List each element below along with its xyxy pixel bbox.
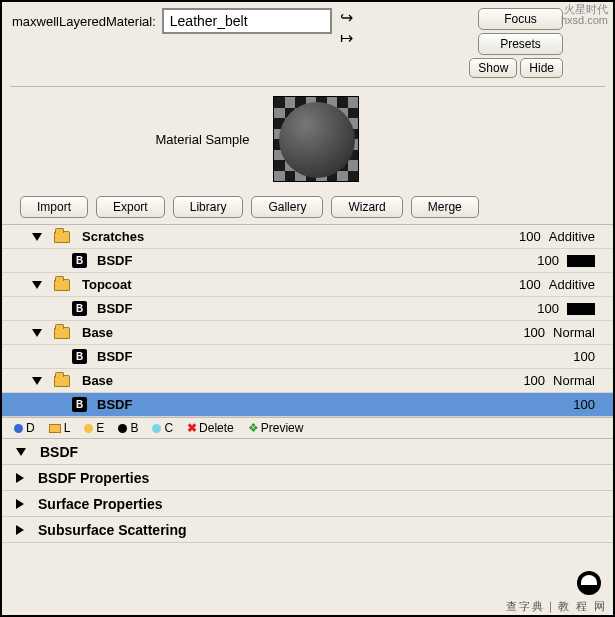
bsdf-value: 100 [537,253,559,268]
folder-icon [54,279,70,291]
bsdf-value: 100 [573,397,595,412]
layer-name: Base [82,325,113,340]
disclosure-right-icon [16,473,24,483]
layer-row[interactable]: Topcoat100Additive [2,273,613,297]
io-arrows: ↪ ↦ [340,10,353,46]
output-connection-icon[interactable]: ↦ [340,30,353,46]
section-subsurface-scattering[interactable]: Subsurface Scattering [2,517,613,543]
layer-value: 100 [523,325,545,340]
material-name-input[interactable] [162,8,332,34]
footer-watermark: 查字典｜教 程 网 [506,599,607,614]
folder-icon [54,375,70,387]
bsdf-value: 100 [573,349,595,364]
color-swatch[interactable] [567,303,595,315]
tool-l[interactable]: L [49,421,71,435]
disclosure-down-icon [32,377,42,385]
layer-name: Topcoat [82,277,132,292]
bsdf-label: BSDF [97,397,132,412]
tool-c[interactable]: C [152,421,173,435]
bsdf-icon: B [72,253,87,268]
divider [10,86,605,87]
bsdf-row[interactable]: BBSDF100 [2,345,613,369]
layer-row[interactable]: Base100Normal [2,321,613,345]
section-surface-properties[interactable]: Surface Properties [2,491,613,517]
layer-name: Base [82,373,113,388]
layer-row[interactable]: Base100Normal [2,369,613,393]
layer-row[interactable]: Scratches100Additive [2,225,613,249]
folder-icon [54,231,70,243]
layer-mode: Normal [553,373,595,388]
import-button[interactable]: Import [20,196,88,218]
material-toolbar: Import Export Library Gallery Wizard Mer… [2,192,613,224]
merge-button[interactable]: Merge [411,196,479,218]
disclosure-down-icon [16,448,26,456]
header-row: maxwellLayeredMaterial: ↪ ↦ Focus Preset… [2,2,613,82]
library-button[interactable]: Library [173,196,244,218]
section-bsdf-properties[interactable]: BSDF Properties [2,465,613,491]
bsdf-value: 100 [537,301,559,316]
bsdf-icon: B [72,397,87,412]
bsdf-row[interactable]: BBSDF100 [2,297,613,321]
bsdf-label: BSDF [97,301,132,316]
layer-tree: Scratches100AdditiveBBSDF100Topcoat100Ad… [2,224,613,417]
hide-button[interactable]: Hide [520,58,563,78]
bsdf-row[interactable]: BBSDF100 [2,393,613,417]
focus-button[interactable]: Focus [478,8,563,30]
tool-b[interactable]: B [118,421,138,435]
disclosure-down-icon [32,233,42,241]
bsdf-icon: B [72,301,87,316]
layer-toolstrip: D L E B C ✖Delete ❖Preview [2,417,613,439]
wizard-button[interactable]: Wizard [331,196,402,218]
layer-name: Scratches [82,229,144,244]
material-ball [279,102,355,178]
disclosure-down-icon [32,281,42,289]
disclosure-right-icon [16,499,24,509]
input-connection-icon[interactable]: ↪ [340,10,353,26]
show-button[interactable]: Show [469,58,517,78]
material-name-label: maxwellLayeredMaterial: [12,14,156,29]
bsdf-label: BSDF [97,253,132,268]
tool-d[interactable]: D [14,421,35,435]
export-button[interactable]: Export [96,196,165,218]
material-sample-swatch[interactable] [273,96,359,182]
layer-mode: Normal [553,325,595,340]
layer-value: 100 [523,373,545,388]
bsdf-row[interactable]: BBSDF100 [2,249,613,273]
material-sample-label: Material Sample [156,132,250,147]
tool-preview[interactable]: ❖Preview [248,421,304,435]
presets-button[interactable]: Presets [478,33,563,55]
corner-badge-icon [577,571,601,595]
bsdf-icon: B [72,349,87,364]
folder-icon [54,327,70,339]
tool-e[interactable]: E [84,421,104,435]
tool-delete[interactable]: ✖Delete [187,421,234,435]
property-sections: BSDF BSDF Properties Surface Properties … [2,439,613,543]
layer-value: 100 [519,229,541,244]
color-swatch[interactable] [567,255,595,267]
layer-mode: Additive [549,277,595,292]
layer-mode: Additive [549,229,595,244]
layer-value: 100 [519,277,541,292]
gallery-button[interactable]: Gallery [251,196,323,218]
material-sample-row: Material Sample [0,91,563,192]
disclosure-down-icon [32,329,42,337]
disclosure-right-icon [16,525,24,535]
section-bsdf[interactable]: BSDF [2,439,613,465]
bsdf-label: BSDF [97,349,132,364]
